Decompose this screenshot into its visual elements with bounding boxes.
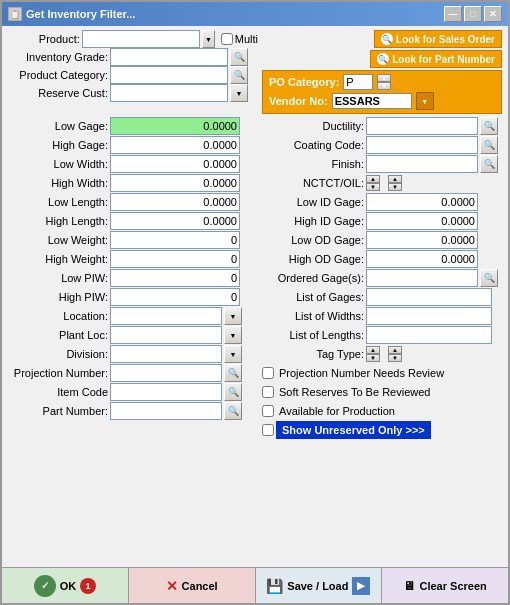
ductility-search-btn[interactable]: 🔍	[480, 117, 498, 135]
ok-button[interactable]: ✓ OK 1	[2, 568, 129, 603]
checkbox-available-row: Available for Production	[262, 402, 502, 420]
high-weight-input[interactable]	[110, 250, 240, 268]
ordered-gages-label: Ordered Gage(s):	[262, 272, 364, 284]
low-length-label: Low Length:	[8, 196, 108, 208]
product-category-search-btn[interactable]: 🔍	[230, 66, 248, 84]
projection-needs-review-checkbox[interactable]	[262, 367, 274, 379]
available-production-checkbox[interactable]	[262, 405, 274, 417]
show-unreserved-checkbox[interactable]	[262, 424, 274, 436]
show-unreserved-label: Show Unreserved Only	[282, 424, 402, 436]
nctct-spinner2: ▲ ▼	[388, 175, 402, 191]
high-od-gage-input[interactable]	[366, 250, 478, 268]
list-gages-input[interactable]	[366, 288, 492, 306]
division-dropdown-btn[interactable]: ▼	[224, 345, 242, 363]
tag-type-up-btn2[interactable]: ▲	[388, 346, 402, 354]
soft-reserves-checkbox[interactable]	[262, 386, 274, 398]
list-widths-input[interactable]	[366, 307, 492, 325]
tag-type-down-btn2[interactable]: ▼	[388, 354, 402, 362]
part-number-input[interactable]	[110, 402, 222, 420]
plant-loc-input[interactable]	[110, 326, 222, 344]
nctct-up-btn2[interactable]: ▲	[388, 175, 402, 183]
finish-input[interactable]	[366, 155, 478, 173]
location-input[interactable]	[110, 307, 222, 325]
inventory-grade-search-btn[interactable]: 🔍	[230, 48, 248, 66]
reserve-cust-input[interactable]	[110, 84, 228, 102]
high-id-gage-row: High ID Gage:	[262, 212, 502, 230]
po-category-up-btn[interactable]: ▲	[377, 74, 391, 82]
look-part-number-label: Look for Part Number	[392, 54, 495, 65]
product-category-input[interactable]	[110, 66, 228, 84]
low-id-gage-input[interactable]	[366, 193, 478, 211]
left-panel: Low Gage: High Gage: Low Width: High Wid…	[8, 117, 258, 563]
list-gages-row: List of Gages:	[262, 288, 502, 306]
ordered-gages-search-btn[interactable]: 🔍	[480, 269, 498, 287]
high-id-gage-label: High ID Gage:	[262, 215, 364, 227]
high-id-gage-input[interactable]	[366, 212, 478, 230]
multi-checkbox[interactable]	[221, 33, 233, 45]
projection-number-input[interactable]	[110, 364, 222, 382]
window-icon: 📋	[8, 7, 22, 21]
high-width-input[interactable]	[110, 174, 240, 192]
projection-number-search-btn[interactable]: 🔍	[224, 364, 242, 382]
high-width-row: High Width:	[8, 174, 258, 192]
inventory-grade-row: Inventory Grade: 🔍	[8, 48, 258, 66]
low-gage-input[interactable]	[110, 117, 240, 135]
low-length-row: Low Length:	[8, 193, 258, 211]
part-number-search-btn[interactable]: 🔍	[224, 402, 242, 420]
low-piw-input[interactable]	[110, 269, 240, 287]
part-number-label: Part Number:	[8, 405, 108, 417]
inventory-grade-input[interactable]	[110, 48, 228, 66]
close-button[interactable]: ✕	[484, 6, 502, 22]
nctct-label: NCTCT/OIL:	[262, 177, 364, 189]
vendor-no-dropdown-btn[interactable]: ▼	[416, 92, 434, 110]
look-part-number-btn[interactable]: 🔍 Look for Part Number	[370, 50, 502, 68]
low-width-input[interactable]	[110, 155, 240, 173]
ordered-gages-input[interactable]	[366, 269, 478, 287]
high-gage-input[interactable]	[110, 136, 240, 154]
plant-loc-dropdown-btn[interactable]: ▼	[224, 326, 242, 344]
restore-button[interactable]: □	[464, 6, 482, 22]
location-dropdown-btn[interactable]: ▼	[224, 307, 242, 325]
division-input[interactable]	[110, 345, 222, 363]
high-piw-input[interactable]	[110, 288, 240, 306]
cancel-button[interactable]: ✕ Cancel	[129, 568, 256, 603]
location-label: Location:	[8, 310, 108, 322]
clear-screen-button[interactable]: 🖥 Clear Screen	[382, 568, 508, 603]
high-length-input[interactable]	[110, 212, 240, 230]
low-length-input[interactable]	[110, 193, 240, 211]
item-code-input[interactable]	[110, 383, 222, 401]
nctct-down-btn2[interactable]: ▼	[388, 183, 402, 191]
finish-search-btn[interactable]: 🔍	[480, 155, 498, 173]
low-weight-input[interactable]	[110, 231, 240, 249]
look-sales-order-btn[interactable]: 🔍 Look for Sales Order	[374, 30, 502, 48]
nctct-up-btn1[interactable]: ▲	[366, 175, 380, 183]
finish-row: Finish: 🔍	[262, 155, 502, 173]
coating-code-input[interactable]	[366, 136, 478, 154]
part-number-row: Part Number: 🔍	[8, 402, 258, 420]
high-weight-row: High Weight:	[8, 250, 258, 268]
po-category-label: PO Category:	[269, 76, 339, 88]
low-od-gage-input[interactable]	[366, 231, 478, 249]
coating-code-search-btn[interactable]: 🔍	[480, 136, 498, 154]
show-unreserved-btn[interactable]: Show Unreserved Only >>>	[276, 421, 431, 439]
list-lengths-input[interactable]	[366, 326, 492, 344]
po-category-input[interactable]	[343, 74, 373, 90]
main-window: 📋 Get Inventory Filter... — □ ✕ Product:…	[0, 0, 510, 605]
tag-type-down-btn1[interactable]: ▼	[366, 354, 380, 362]
tag-type-up-btn1[interactable]: ▲	[366, 346, 380, 354]
nctct-down-btn1[interactable]: ▼	[366, 183, 380, 191]
cancel-x-icon: ✕	[166, 578, 178, 594]
look-sales-order-icon: 🔍	[381, 33, 393, 45]
vendor-no-input[interactable]	[332, 93, 412, 109]
ductility-input[interactable]	[366, 117, 478, 135]
coating-code-label: Coating Code:	[262, 139, 364, 151]
projection-number-row: Projection Number: 🔍	[8, 364, 258, 382]
product-dropdown-btn[interactable]: ▼	[202, 30, 216, 48]
product-input[interactable]	[82, 30, 200, 48]
minimize-button[interactable]: —	[444, 6, 462, 22]
reserve-cust-dropdown-btn[interactable]: ▼	[230, 84, 248, 102]
save-load-button[interactable]: 💾 Save / Load ▶	[256, 568, 383, 603]
po-category-down-btn[interactable]: ▼	[377, 82, 391, 90]
item-code-search-btn[interactable]: 🔍	[224, 383, 242, 401]
save-load-play-btn[interactable]: ▶	[352, 577, 370, 595]
